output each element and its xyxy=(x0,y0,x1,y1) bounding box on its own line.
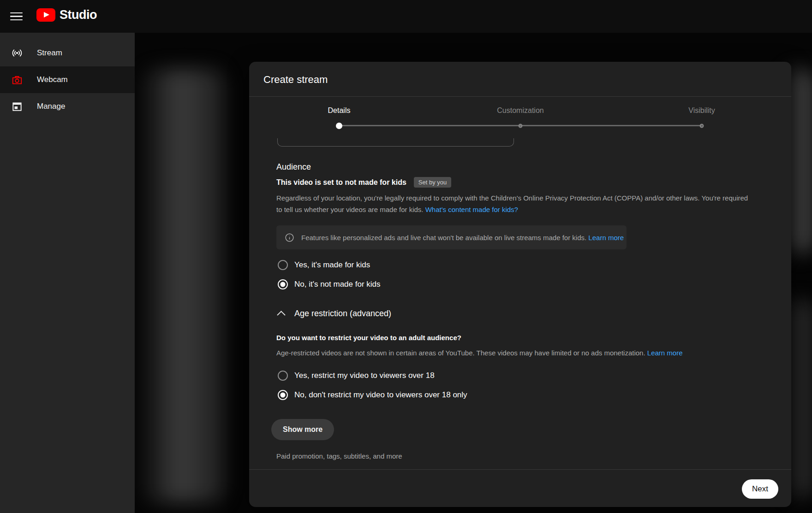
broadcast-icon xyxy=(11,47,23,59)
youtube-studio-app: Studio Stream xyxy=(0,0,812,513)
step-visibility[interactable]: Visibility xyxy=(688,106,715,115)
sidebar-item-manage[interactable]: Manage xyxy=(0,93,135,120)
info-banner-text: Features like personalized ads and live … xyxy=(301,234,624,242)
audience-status-row: This video is set to not made for kids S… xyxy=(276,177,451,188)
studio-logo[interactable]: Studio xyxy=(36,8,97,22)
sidebar-spacer xyxy=(0,33,135,40)
step-dot-details[interactable] xyxy=(336,123,342,129)
made-for-kids-link[interactable]: What's content made for kids? xyxy=(425,206,518,213)
sidebar-item-webcam[interactable]: Webcam xyxy=(0,66,135,93)
radio-circle-icon[interactable] xyxy=(278,260,288,270)
logo-text: Studio xyxy=(60,8,97,22)
info-banner: Features like personalized ads and live … xyxy=(276,225,627,249)
dialog-title: Create stream xyxy=(263,74,328,86)
audience-status: This video is set to not made for kids xyxy=(276,178,406,187)
age-restriction-toggle[interactable]: Age restriction (advanced) xyxy=(276,309,391,318)
calendar-icon xyxy=(11,100,23,112)
sidebar-item-label: Stream xyxy=(37,48,62,58)
radio-circle-icon[interactable] xyxy=(278,371,288,381)
step-customization[interactable]: Customization xyxy=(497,106,543,115)
audience-heading: Audience xyxy=(276,162,311,172)
info-learn-more-link[interactable]: Learn more xyxy=(588,234,624,242)
radio-label: Yes, restrict my video to viewers over 1… xyxy=(294,371,435,380)
camera-icon xyxy=(11,74,23,86)
menu-icon[interactable] xyxy=(10,10,23,23)
show-more-hint: Paid promotion, tags, subtitles, and mor… xyxy=(276,450,402,462)
chevron-up-icon xyxy=(277,311,285,319)
step-dot-customization[interactable] xyxy=(519,124,523,128)
radio-label: No, don't restrict my video to viewers o… xyxy=(294,390,467,400)
youtube-play-icon xyxy=(36,8,55,22)
step-details[interactable]: Details xyxy=(328,106,351,115)
next-button[interactable]: Next xyxy=(742,479,778,499)
header-divider xyxy=(249,96,791,97)
age-restriction-question: Do you want to restrict your video to an… xyxy=(276,334,461,342)
sidebar-item-label: Manage xyxy=(37,102,65,111)
radio-selected-icon[interactable] xyxy=(278,279,288,289)
blurred-backdrop xyxy=(141,69,224,502)
age-restriction-description: Age-restricted videos are not shown in c… xyxy=(276,347,761,359)
sidebar-item-label: Webcam xyxy=(37,75,68,84)
sidebar: Stream Webcam Manage xyxy=(0,33,135,513)
radio-made-for-kids-no[interactable]: No, it's not made for kids xyxy=(278,279,381,289)
info-icon xyxy=(285,233,294,242)
radio-label: No, it's not made for kids xyxy=(294,280,381,289)
radio-made-for-kids-yes[interactable]: Yes, it's made for kids xyxy=(278,260,370,270)
footer-divider xyxy=(249,469,791,470)
radio-restrict-no[interactable]: No, don't restrict my video to viewers o… xyxy=(278,390,467,400)
age-restriction-text: Age-restricted videos are not shown in c… xyxy=(276,349,645,357)
top-bar: Studio xyxy=(0,0,812,33)
stream-title-field-bottom[interactable] xyxy=(277,138,514,147)
age-restriction-heading: Age restriction (advanced) xyxy=(294,309,391,318)
set-by-you-badge: Set by you xyxy=(414,177,451,188)
create-stream-dialog: Create stream Details Customization Visi… xyxy=(249,62,791,507)
radio-label: Yes, it's made for kids xyxy=(294,260,370,270)
coppa-description: Regardless of your location, you're lega… xyxy=(276,192,750,215)
sidebar-item-stream[interactable]: Stream xyxy=(0,40,135,66)
age-learn-more-link[interactable]: Learn more xyxy=(647,349,683,357)
radio-selected-icon[interactable] xyxy=(278,390,288,400)
show-more-button[interactable]: Show more xyxy=(271,419,334,440)
info-note: Features like personalized ads and live … xyxy=(301,234,586,242)
step-dot-visibility[interactable] xyxy=(700,124,704,128)
radio-restrict-yes[interactable]: Yes, restrict my video to viewers over 1… xyxy=(278,371,435,381)
